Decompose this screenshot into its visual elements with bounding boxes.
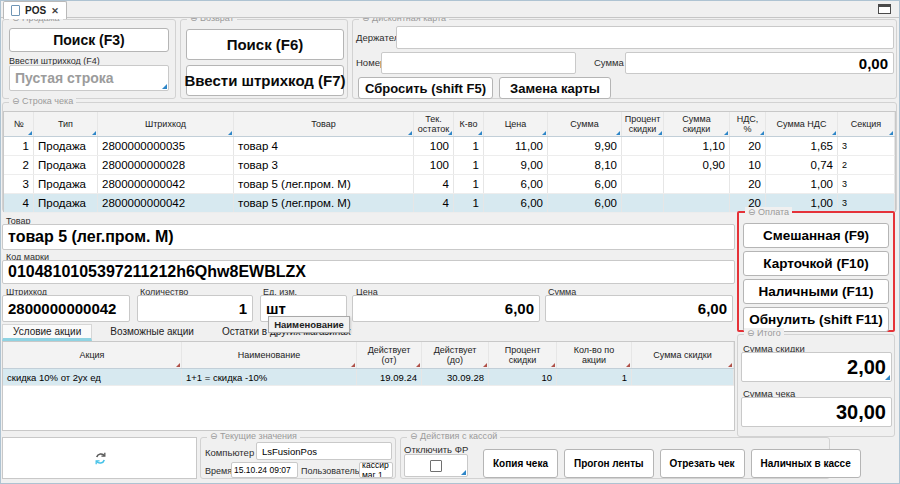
price-field[interactable]: 6,00 xyxy=(352,295,540,322)
mark-code-field: 0104810105397211212h6Qhw8EWBLZX xyxy=(2,260,735,284)
sale-search-button[interactable]: Поиск (F3) xyxy=(9,28,169,52)
table-cell: 1 xyxy=(454,175,484,193)
table-row[interactable]: 1Продажа2800000000035товар 4100111,009,9… xyxy=(4,137,895,156)
table-cell: Продажа xyxy=(34,156,98,174)
return-group: ⊖ Возврат Поиск (F6) Ввести штрихкод (F7… xyxy=(180,19,348,99)
receipt-table: №ТипШтрихкодТоварТек. остатокК-воЦенаСум… xyxy=(3,111,896,212)
promo-tab-1[interactable]: Возможные акции xyxy=(100,324,204,341)
receipt-column-header[interactable]: Сумма xyxy=(548,112,622,136)
number-input[interactable] xyxy=(381,52,576,74)
receipt-column-header[interactable]: К-во xyxy=(454,112,484,136)
promo-column-header[interactable]: Сумма скидки xyxy=(632,342,734,368)
replace-card-button[interactable]: Замена карты xyxy=(499,77,611,99)
sale-group: ⊖ Продажа Поиск (F3) Ввести штрихкод (F4… xyxy=(2,19,176,99)
table-cell: 3 xyxy=(4,175,34,193)
cash-action-button-1[interactable]: Прогон ленты xyxy=(564,449,654,478)
tab-pos[interactable]: POS ✕ xyxy=(3,1,67,19)
promo-column-header[interactable]: Процент скидки xyxy=(489,342,557,368)
tab-bar: POS ✕ xyxy=(0,0,900,18)
table-cell: 4 xyxy=(4,194,34,212)
receipt-column-header[interactable]: НДС, % xyxy=(730,112,766,136)
barcode-field[interactable]: 2800000000042 xyxy=(2,295,130,322)
table-cell: 10 xyxy=(489,369,557,385)
receipt-column-header[interactable]: Штрихкод xyxy=(98,112,234,136)
table-cell: товар 5 (лег.пром. М) xyxy=(234,194,414,212)
table-row[interactable]: 2Продажа2800000000028товар 310019,008,10… xyxy=(4,156,895,175)
table-cell: 1 xyxy=(454,156,484,174)
table-cell: 20 xyxy=(730,137,766,155)
receipt-column-header[interactable]: Секция xyxy=(838,112,895,136)
table-cell: 6,00 xyxy=(484,194,548,212)
user-label: Пользователь xyxy=(301,466,359,476)
cash-actions-title: ⊖ Действия с кассой xyxy=(407,431,500,441)
table-cell: 2 xyxy=(838,156,895,174)
table-cell: 2800000000042 xyxy=(98,175,234,193)
computer-field[interactable]: LsFusionPos xyxy=(256,442,392,460)
holder-input[interactable] xyxy=(396,26,894,49)
cash-action-button-3[interactable]: Наличных в кассе xyxy=(751,449,861,478)
table-cell: 3 xyxy=(838,175,895,193)
cash-actions-group: ⊖ Действия с кассой Отключить ФР Копия ч… xyxy=(400,437,830,479)
card-sum-field[interactable]: 0,00 xyxy=(625,52,894,74)
cash-buttons: Копия чекаПрогон лентыОтрезать чекНаличн… xyxy=(483,449,861,478)
current-values-title: ⊖ Текущие значения xyxy=(207,431,300,441)
receipt-column-header[interactable]: Цена xyxy=(484,112,548,136)
payment-button-1[interactable]: Карточкой (F10) xyxy=(743,251,889,276)
table-row[interactable]: 3Продажа2800000000042товар 5 (лег.пром. … xyxy=(4,175,895,194)
cash-action-button-0[interactable]: Копия чека xyxy=(483,449,558,478)
table-cell: скидка 10% от 2ух ед xyxy=(3,369,182,385)
table-cell: товар 3 xyxy=(234,156,414,174)
table-cell: 0,74 xyxy=(766,156,838,174)
refresh-panel[interactable] xyxy=(2,437,197,479)
promo-column-header[interactable]: Действует (от) xyxy=(357,342,422,368)
disable-fr-field xyxy=(404,454,468,477)
promo-column-header[interactable]: Кол-во по акции xyxy=(557,342,632,368)
receipt-column-header[interactable]: Тип xyxy=(34,112,98,136)
receipt-column-header[interactable]: Товар xyxy=(234,112,414,136)
totals-group-title: ⊖ Итого xyxy=(744,328,784,338)
return-search-button[interactable]: Поиск (F6) xyxy=(186,29,344,60)
table-cell: 2800000000028 xyxy=(98,156,234,174)
table-cell: 6,00 xyxy=(484,175,548,193)
cash-action-button-2[interactable]: Отрезать чек xyxy=(660,449,745,478)
receipt-column-header[interactable]: Тек. остаток xyxy=(414,112,454,136)
table-cell: 100 xyxy=(414,156,454,174)
table-cell: 19.09.24 xyxy=(357,369,422,385)
promo-tab-0[interactable]: Условие акции xyxy=(2,324,92,341)
reset-card-button[interactable]: Сбросить (shift F5) xyxy=(358,77,493,99)
computer-label: Компьютер xyxy=(205,447,254,458)
table-cell xyxy=(622,194,664,212)
table-cell: 1,65 xyxy=(766,137,838,155)
promo-column-header[interactable]: Действует (до) xyxy=(422,342,489,368)
table-cell: 2800000000042 xyxy=(98,194,234,212)
receipt-column-header[interactable]: Процент скидки xyxy=(622,112,664,136)
table-cell: 1 xyxy=(454,194,484,212)
close-icon[interactable]: ✕ xyxy=(51,6,59,16)
disable-fr-checkbox[interactable] xyxy=(430,460,442,472)
quantity-field[interactable]: 1 xyxy=(137,295,253,322)
totals-discount-field: 2,00 xyxy=(741,352,892,382)
item-sum-field[interactable]: 6,00 xyxy=(545,295,733,322)
promo-table: АкцияНаименованиеДействует (от)Действует… xyxy=(2,341,735,431)
promo-column-header[interactable]: Акция xyxy=(3,342,182,368)
receipt-column-header[interactable]: Сумма НДС xyxy=(766,112,838,136)
table-cell: 1 xyxy=(4,137,34,155)
table-cell: 4 xyxy=(414,175,454,193)
payment-button-0[interactable]: Смешанная (F9) xyxy=(743,223,889,248)
receipt-column-header[interactable]: Сумма скидки xyxy=(664,112,730,136)
table-cell: 1 xyxy=(454,137,484,155)
return-barcode-button[interactable]: Ввести штрихкод (F7) xyxy=(186,65,344,96)
table-cell: 9,90 xyxy=(548,137,622,155)
table-row[interactable]: скидка 10% от 2ух ед1+1 = скидка -10%19.… xyxy=(3,369,734,386)
restore-window-icon[interactable] xyxy=(878,4,891,14)
user-field[interactable]: кассир маг 1 xyxy=(359,462,393,478)
promo-table-header: АкцияНаименованиеДействует (от)Действует… xyxy=(3,342,734,369)
sale-barcode-input[interactable]: Пустая строка xyxy=(9,65,169,91)
payment-button-2[interactable]: Наличными (F11) xyxy=(743,279,889,304)
table-cell xyxy=(622,137,664,155)
table-cell: 1,00 xyxy=(766,175,838,193)
receipt-column-header[interactable]: № xyxy=(4,112,34,136)
promo-column-header[interactable]: Наименование xyxy=(182,342,357,368)
refresh-icon[interactable] xyxy=(93,451,108,470)
table-cell: 4 xyxy=(414,194,454,212)
